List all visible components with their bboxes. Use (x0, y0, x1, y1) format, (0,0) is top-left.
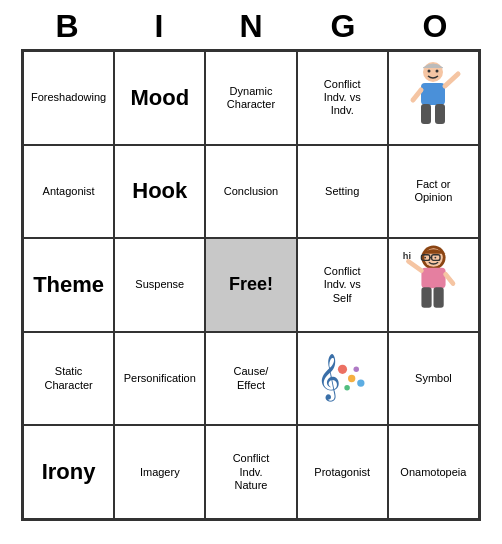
cell-r3-c4: Symbol (388, 332, 479, 426)
letter-b: B (21, 8, 113, 45)
svg-point-2 (436, 69, 439, 72)
svg-rect-17 (433, 288, 443, 308)
letter-g: G (297, 8, 389, 45)
bingo-grid: ForeshadowingMoodDynamicCharacterConflic… (21, 49, 481, 521)
svg-line-19 (445, 275, 452, 284)
cell-r2-c2: Free! (205, 238, 296, 332)
svg-point-26 (357, 380, 364, 387)
cell-r3-c2: Cause/Effect (205, 332, 296, 426)
cell-r2-c0: Theme (23, 238, 114, 332)
svg-point-1 (428, 69, 431, 72)
person2-icon: hi (401, 242, 466, 327)
svg-rect-4 (421, 104, 431, 124)
cell-r0-c0: Foreshadowing (23, 51, 114, 145)
svg-line-6 (445, 74, 458, 86)
cell-r4-c4: Onamotopeia (388, 425, 479, 519)
svg-rect-3 (421, 83, 445, 105)
cell-r4-c3: Protagonist (297, 425, 388, 519)
svg-point-14 (434, 257, 436, 259)
bingo-header: B I N G O (21, 8, 481, 45)
svg-rect-15 (421, 268, 445, 288)
letter-n: N (205, 8, 297, 45)
cell-r3-c0: StaticCharacter (23, 332, 114, 426)
svg-point-24 (344, 385, 350, 391)
svg-rect-5 (435, 104, 445, 124)
cell-r1-c4: Fact orOpinion (388, 145, 479, 239)
person1-icon (403, 58, 463, 138)
cell-r0-c1: Mood (114, 51, 205, 145)
cell-r2-c1: Suspense (114, 238, 205, 332)
svg-point-25 (353, 367, 359, 373)
cell-r1-c0: Antagonist (23, 145, 114, 239)
svg-rect-16 (421, 288, 431, 308)
cell-r2-c4: hi (388, 238, 479, 332)
cell-r0-c3: ConflictIndv. vsIndv. (297, 51, 388, 145)
cell-r4-c0: Irony (23, 425, 114, 519)
cell-r0-c2: DynamicCharacter (205, 51, 296, 145)
letter-o: O (389, 8, 481, 45)
cell-r4-c2: ConflictIndv.Nature (205, 425, 296, 519)
cell-r2-c3: ConflictIndv. vsSelf (297, 238, 388, 332)
svg-point-22 (338, 365, 347, 374)
svg-text:hi: hi (403, 252, 411, 262)
cell-r3-c1: Personification (114, 332, 205, 426)
svg-line-18 (408, 262, 421, 271)
cell-r1-c1: Hook (114, 145, 205, 239)
cell-r1-c2: Conclusion (205, 145, 296, 239)
svg-text:𝄞: 𝄞 (317, 353, 341, 402)
cell-r3-c3: 𝄞 (297, 332, 388, 426)
cell-r4-c1: Imagery (114, 425, 205, 519)
svg-line-7 (413, 90, 421, 100)
music-icon: 𝄞 (315, 351, 370, 406)
cell-r0-c4 (388, 51, 479, 145)
letter-i: I (113, 8, 205, 45)
cell-r1-c3: Setting (297, 145, 388, 239)
svg-point-23 (348, 375, 355, 382)
svg-point-13 (424, 257, 426, 259)
